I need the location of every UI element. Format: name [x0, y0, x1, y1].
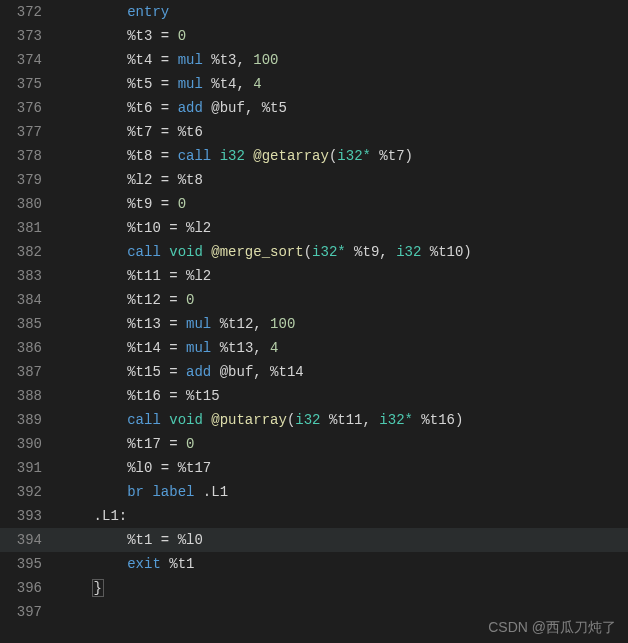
- code-content[interactable]: %t12 = 0: [60, 288, 628, 312]
- code-content[interactable]: entry: [60, 0, 628, 24]
- code-line[interactable]: 393 .L1:: [0, 504, 628, 528]
- code-line[interactable]: 388 %t16 = %t15: [0, 384, 628, 408]
- token-id: %t10: [430, 244, 464, 260]
- code-content[interactable]: .L1:: [60, 504, 628, 528]
- code-line[interactable]: 386 %t14 = mul %t13, 4: [0, 336, 628, 360]
- token-id: %l2: [127, 172, 152, 188]
- code-content[interactable]: call void @merge_sort(i32* %t9, i32 %t10…: [60, 240, 628, 264]
- code-content[interactable]: br label .L1: [60, 480, 628, 504]
- code-content[interactable]: %t14 = mul %t13, 4: [60, 336, 628, 360]
- code-content[interactable]: %t17 = 0: [60, 432, 628, 456]
- code-content[interactable]: %t6 = add @buf, %t5: [60, 96, 628, 120]
- token-op: =: [152, 148, 177, 164]
- token-op: =: [152, 76, 177, 92]
- code-line[interactable]: 380 %t9 = 0: [0, 192, 628, 216]
- line-number[interactable]: 375: [0, 72, 60, 96]
- token-id: %t4: [211, 76, 236, 92]
- code-line[interactable]: 390 %t17 = 0: [0, 432, 628, 456]
- line-number[interactable]: 395: [0, 552, 60, 576]
- line-number[interactable]: 384: [0, 288, 60, 312]
- line-number[interactable]: 376: [0, 96, 60, 120]
- line-number[interactable]: 386: [0, 336, 60, 360]
- token-op: [161, 412, 169, 428]
- code-line[interactable]: 379 %l2 = %t8: [0, 168, 628, 192]
- token-op: [321, 412, 329, 428]
- code-content[interactable]: %t15 = add @buf, %t14: [60, 360, 628, 384]
- code-line[interactable]: 376 %t6 = add @buf, %t5: [0, 96, 628, 120]
- line-number[interactable]: 393: [0, 504, 60, 528]
- code-line[interactable]: 373 %t3 = 0: [0, 24, 628, 48]
- code-content[interactable]: %t9 = 0: [60, 192, 628, 216]
- code-content[interactable]: %l0 = %t17: [60, 456, 628, 480]
- token-id: %t8: [178, 172, 203, 188]
- line-number[interactable]: 396: [0, 576, 60, 600]
- code-line[interactable]: 391 %l0 = %t17: [0, 456, 628, 480]
- line-number[interactable]: 380: [0, 192, 60, 216]
- code-content[interactable]: %t13 = mul %t12, 100: [60, 312, 628, 336]
- code-editor[interactable]: 372 entry373 %t3 = 0374 %t4 = mul %t3, 1…: [0, 0, 628, 643]
- code-line[interactable]: 383 %t11 = %l2: [0, 264, 628, 288]
- code-content[interactable]: %t8 = call i32 @getarray(i32* %t7): [60, 144, 628, 168]
- code-content[interactable]: %t7 = %t6: [60, 120, 628, 144]
- line-number[interactable]: 392: [0, 480, 60, 504]
- line-number[interactable]: 372: [0, 0, 60, 24]
- line-number[interactable]: 374: [0, 48, 60, 72]
- code-line[interactable]: 397: [0, 600, 628, 624]
- code-line[interactable]: 392 br label .L1: [0, 480, 628, 504]
- token-kw: call: [127, 244, 161, 260]
- code-line[interactable]: 378 %t8 = call i32 @getarray(i32* %t7): [0, 144, 628, 168]
- code-line[interactable]: 389 call void @putarray(i32 %t11, i32* %…: [0, 408, 628, 432]
- code-line[interactable]: 377 %t7 = %t6: [0, 120, 628, 144]
- code-line[interactable]: 396 }: [0, 576, 628, 600]
- code-content[interactable]: %t4 = mul %t3, 100: [60, 48, 628, 72]
- token-num: 4: [253, 76, 261, 92]
- token-id: %l0: [127, 460, 152, 476]
- code-content[interactable]: [60, 600, 628, 624]
- line-number[interactable]: 385: [0, 312, 60, 336]
- code-content[interactable]: call void @putarray(i32 %t11, i32* %t16): [60, 408, 628, 432]
- token-op: =: [161, 340, 186, 356]
- code-line[interactable]: 375 %t5 = mul %t4, 4: [0, 72, 628, 96]
- code-content[interactable]: %t11 = %l2: [60, 264, 628, 288]
- code-line[interactable]: 384 %t12 = 0: [0, 288, 628, 312]
- code-content[interactable]: %t1 = %l0: [60, 528, 628, 552]
- code-content[interactable]: %t10 = %l2: [60, 216, 628, 240]
- token-id: %t6: [127, 100, 152, 116]
- code-content[interactable]: exit %t1: [60, 552, 628, 576]
- token-op: [421, 244, 429, 260]
- line-number[interactable]: 390: [0, 432, 60, 456]
- line-number[interactable]: 388: [0, 384, 60, 408]
- line-number[interactable]: 378: [0, 144, 60, 168]
- line-number[interactable]: 397: [0, 600, 60, 624]
- code-content[interactable]: }: [60, 576, 628, 600]
- code-content[interactable]: %l2 = %t8: [60, 168, 628, 192]
- token-ty: void: [169, 244, 203, 260]
- code-line[interactable]: 395 exit %t1: [0, 552, 628, 576]
- token-op: =: [152, 52, 177, 68]
- code-line[interactable]: 382 call void @merge_sort(i32* %t9, i32 …: [0, 240, 628, 264]
- line-number[interactable]: 379: [0, 168, 60, 192]
- code-line[interactable]: 374 %t4 = mul %t3, 100: [0, 48, 628, 72]
- code-content[interactable]: %t16 = %t15: [60, 384, 628, 408]
- token-kw: label: [152, 484, 194, 500]
- code-line[interactable]: 372 entry: [0, 0, 628, 24]
- token-op: =: [152, 172, 177, 188]
- code-line[interactable]: 394 %t1 = %l0: [0, 528, 628, 552]
- line-number[interactable]: 389: [0, 408, 60, 432]
- line-number[interactable]: 394: [0, 528, 60, 552]
- line-number[interactable]: 382: [0, 240, 60, 264]
- line-number[interactable]: 391: [0, 456, 60, 480]
- token-op: =: [161, 364, 186, 380]
- code-line[interactable]: 381 %t10 = %l2: [0, 216, 628, 240]
- code-line[interactable]: 387 %t15 = add @buf, %t14: [0, 360, 628, 384]
- line-number[interactable]: 387: [0, 360, 60, 384]
- code-content[interactable]: %t3 = 0: [60, 24, 628, 48]
- code-line[interactable]: 385 %t13 = mul %t12, 100: [0, 312, 628, 336]
- line-number[interactable]: 381: [0, 216, 60, 240]
- line-number[interactable]: 377: [0, 120, 60, 144]
- code-content[interactable]: %t5 = mul %t4, 4: [60, 72, 628, 96]
- line-number[interactable]: 373: [0, 24, 60, 48]
- token-op: [203, 412, 211, 428]
- line-number[interactable]: 383: [0, 264, 60, 288]
- token-op: [211, 364, 219, 380]
